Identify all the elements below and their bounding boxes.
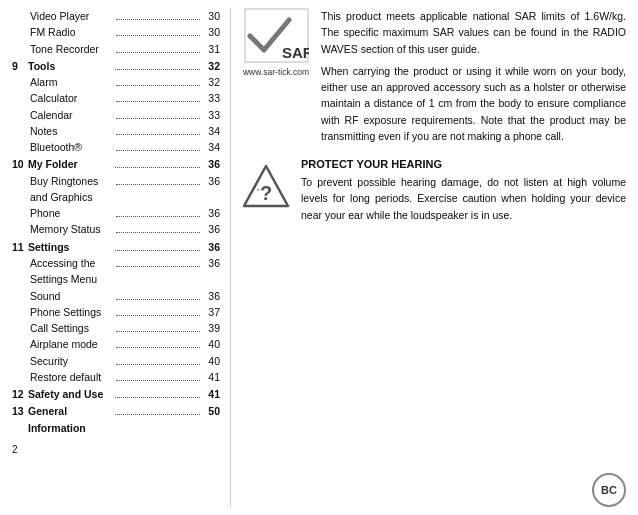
- right-column: SAR www.sar-tick.com This product meets …: [231, 0, 638, 515]
- toc-tools-label: Tools: [28, 58, 113, 74]
- toc-section-9: 9 Tools 32 Alarm 32 Calculator 33 Calend…: [12, 58, 220, 156]
- toc-memory-status-label: Memory Status: [30, 221, 114, 237]
- toc-phone-settings: Phone Settings 37: [12, 304, 220, 320]
- toc-ringtones: Buy Ringtones and Graphics 36: [12, 173, 220, 206]
- toc-general-label: General Information: [28, 403, 113, 436]
- toc-section-10-num: 10: [12, 156, 26, 172]
- toc-phone-page: 36: [202, 205, 220, 221]
- toc-airplane-mode-page: 40: [202, 336, 220, 352]
- toc-section-9-num: 9: [12, 58, 26, 74]
- toc-dots: [116, 184, 200, 185]
- toc-restore-default-label: Restore default: [30, 369, 114, 385]
- toc-section-12-num: 12: [12, 386, 26, 402]
- svg-text:?: ?: [260, 182, 272, 204]
- toc-dots: [116, 35, 200, 36]
- page-number: 2: [12, 442, 220, 458]
- toc-notes-label: Notes: [30, 123, 114, 139]
- toc-bluetooth-page: 34: [202, 139, 220, 155]
- toc-dots: [116, 266, 200, 267]
- toc-video-player-label: Video Player: [30, 8, 114, 24]
- toc-myfolder-label: My Folder: [28, 156, 113, 172]
- toc-restore-default: Restore default 41: [12, 369, 220, 385]
- toc-security-page: 40: [202, 353, 220, 369]
- toc-dots: [116, 299, 200, 300]
- toc-dots: [116, 52, 200, 53]
- toc-alarm: Alarm 32: [12, 74, 220, 90]
- toc-memory-status-page: 36: [202, 221, 220, 237]
- toc-settings-label: Settings: [28, 239, 113, 255]
- toc-settings-page: 36: [202, 239, 220, 255]
- bc-badge-area: BC: [241, 473, 626, 507]
- toc-calculator-page: 33: [202, 90, 220, 106]
- toc-settings-header: 11 Settings 36: [12, 239, 220, 255]
- toc-video-player-page: 30: [202, 8, 220, 24]
- toc-bluetooth-label: Bluetooth®: [30, 139, 114, 155]
- sar-para2: When carrying the product or using it wh…: [321, 63, 626, 144]
- toc-myfolder-page: 36: [202, 156, 220, 172]
- toc-dots: [115, 414, 200, 415]
- toc-dots: [116, 331, 200, 332]
- toc-calendar: Calendar 33: [12, 107, 220, 123]
- toc-dots: [116, 364, 200, 365]
- toc-dots: [116, 380, 200, 381]
- warning-icon-area: ? ": [241, 158, 291, 210]
- toc-phone-settings-label: Phone Settings: [30, 304, 114, 320]
- toc-myfolder-header: 10 My Folder 36: [12, 156, 220, 172]
- toc-dots: [115, 397, 200, 398]
- toc-dots: [116, 150, 200, 151]
- sar-logo-area: SAR www.sar-tick.com: [241, 8, 311, 77]
- toc-section-11-num: 11: [12, 239, 26, 255]
- toc-phone: Phone 36: [12, 205, 220, 221]
- toc-dots: [116, 101, 200, 102]
- svg-text:": ": [257, 187, 260, 196]
- warning-triangle-icon: ? ": [242, 162, 290, 210]
- toc-dots: [116, 347, 200, 348]
- toc-security: Security 40: [12, 353, 220, 369]
- hearing-section: ? " PROTECT YOUR HEARING To prevent poss…: [241, 158, 626, 223]
- toc-memory-status: Memory Status 36: [12, 221, 220, 237]
- toc-call-settings-label: Call Settings: [30, 320, 114, 336]
- toc-section-10: 10 My Folder 36 Buy Ringtones and Graphi…: [12, 156, 220, 237]
- toc-notes-page: 34: [202, 123, 220, 139]
- toc-section-11: 11 Settings 36 Accessing the Settings Me…: [12, 239, 220, 385]
- toc-bluetooth: Bluetooth® 34: [12, 139, 220, 155]
- toc-accessing-settings-page: 36: [202, 255, 220, 271]
- toc-dots: [115, 250, 200, 251]
- hearing-text-area: PROTECT YOUR HEARING To prevent possible…: [301, 158, 626, 223]
- toc-safety-header: 12 Safety and Use 41: [12, 386, 220, 402]
- toc-dots: [116, 118, 200, 119]
- toc-airplane-mode: Airplane mode 40: [12, 336, 220, 352]
- toc-general-page: 50: [202, 403, 220, 419]
- toc-safety-label: Safety and Use: [28, 386, 113, 402]
- toc-fm-radio-page: 30: [202, 24, 220, 40]
- toc-dots: [116, 216, 200, 217]
- toc-calendar-page: 33: [202, 107, 220, 123]
- toc-phone-settings-page: 37: [202, 304, 220, 320]
- toc-tone-recorder-page: 31: [202, 41, 220, 57]
- toc-restore-default-page: 41: [202, 369, 220, 385]
- toc-sound-label: Sound: [30, 288, 114, 304]
- toc-left-column: Video Player 30 FM Radio 30 Tone Recorde…: [0, 0, 230, 515]
- toc-safety-page: 41: [202, 386, 220, 402]
- toc-section-13: 13 General Information 50: [12, 403, 220, 436]
- toc-dots: [116, 134, 200, 135]
- hearing-body: To prevent possible hearing damage, do n…: [301, 174, 626, 223]
- toc-phone-label: Phone: [30, 205, 114, 221]
- toc-calendar-label: Calendar: [30, 107, 114, 123]
- bc-badge: BC: [592, 473, 626, 507]
- toc-call-settings-page: 39: [202, 320, 220, 336]
- toc-dots: [116, 19, 200, 20]
- toc-general-header: 13 General Information 50: [12, 403, 220, 436]
- toc-calculator-label: Calculator: [30, 90, 114, 106]
- toc-notes: Notes 34: [12, 123, 220, 139]
- toc-continuation: Video Player 30 FM Radio 30 Tone Recorde…: [12, 8, 220, 57]
- svg-text:SAR: SAR: [282, 44, 309, 61]
- toc-ringtones-label: Buy Ringtones and Graphics: [30, 173, 114, 206]
- toc-dots: [116, 315, 200, 316]
- toc-tone-recorder-label: Tone Recorder: [30, 41, 114, 57]
- sar-logo: SAR: [244, 8, 309, 63]
- toc-accessing-settings: Accessing the Settings Menu 36: [12, 255, 220, 288]
- hearing-title: PROTECT YOUR HEARING: [301, 158, 626, 170]
- sar-para1: This product meets applicable national S…: [321, 8, 626, 57]
- toc-tone-recorder: Tone Recorder 31: [12, 41, 220, 57]
